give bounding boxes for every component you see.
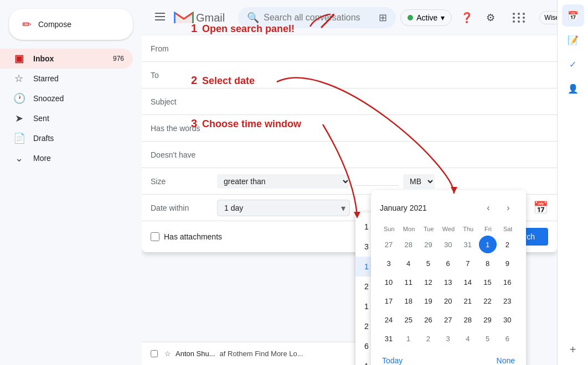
calendar-day[interactable]: 31 <box>459 236 477 253</box>
calendar-day[interactable]: 27 <box>380 236 398 253</box>
apps-button[interactable] <box>504 4 535 32</box>
calendar-day[interactable]: 23 <box>498 292 516 310</box>
sidebar-item-starred[interactable]: ☆ Starred <box>0 69 133 88</box>
calendar-today-button[interactable]: Today <box>380 354 405 365</box>
calendar-day[interactable]: 28 <box>459 311 477 328</box>
starred-icon: ☆ <box>13 72 24 85</box>
main-area: Gmail 🔍 ⊞ Active ▾ ❓ ⚙ Wise <box>142 0 557 365</box>
calendar-day[interactable]: 4 <box>459 330 477 347</box>
calendar-day[interactable]: 2 <box>498 236 516 253</box>
help-button[interactable]: ❓ <box>456 7 477 28</box>
calendar-day[interactable]: 30 <box>498 311 516 328</box>
calendar-day[interactable]: 1 <box>400 330 417 347</box>
size-select[interactable]: greater than <box>217 174 350 189</box>
svg-rect-1 <box>155 16 165 17</box>
calendar-day[interactable]: 28 <box>400 236 417 253</box>
calendar-day[interactable]: 21 <box>459 292 477 310</box>
calendar-nav: ‹ › <box>479 199 517 217</box>
topbar-right: Active ▾ ❓ ⚙ WiseStamp G <box>400 4 557 32</box>
to-input[interactable] <box>217 71 548 80</box>
calendar-day[interactable]: 4 <box>400 254 417 272</box>
sidebar-item-inbox[interactable]: ▣ Inbox 976 <box>0 49 133 69</box>
sidebar-item-drafts[interactable]: 📄 Drafts <box>0 128 133 148</box>
topbar: Gmail 🔍 ⊞ Active ▾ ❓ ⚙ Wise <box>142 0 557 35</box>
calendar-day[interactable]: 26 <box>419 311 437 328</box>
calendar-day[interactable]: 5 <box>479 330 497 347</box>
calendar-icon-button[interactable]: 📅 <box>533 201 548 215</box>
wisestamp-button[interactable]: WiseStamp <box>539 11 557 24</box>
filter-icon[interactable]: ⊞ <box>379 12 387 24</box>
calendar-day[interactable]: 8 <box>479 254 497 272</box>
calendar-app-icon: 📅 <box>568 11 579 21</box>
subject-row: Subject <box>142 88 557 115</box>
date-select[interactable]: 1 day <box>217 200 350 216</box>
calendar-day[interactable]: 19 <box>419 292 437 310</box>
compose-button[interactable]: ✏ Compose <box>9 9 133 40</box>
calendar-day-header: Thu <box>459 223 478 234</box>
right-icon-tasks[interactable]: ✓ <box>562 53 584 75</box>
inbox-badge: 976 <box>113 55 124 62</box>
has-words-row: Has the words <box>142 115 557 142</box>
from-input[interactable] <box>217 44 548 53</box>
calendar-day[interactable]: 6 <box>439 254 457 272</box>
calendar-day[interactable]: 29 <box>419 236 437 253</box>
calendar-day[interactable]: 27 <box>439 311 457 328</box>
right-icon-notes[interactable]: 📝 <box>562 29 584 51</box>
calendar-day[interactable]: 20 <box>439 292 457 310</box>
drafts-icon: 📄 <box>13 132 24 144</box>
calendar-day[interactable]: 24 <box>380 311 398 328</box>
calendar-day[interactable]: 31 <box>380 330 398 347</box>
calendar-day[interactable]: 22 <box>479 292 497 310</box>
wisestamp-label: WiseStamp <box>544 14 557 22</box>
has-words-input[interactable] <box>217 124 548 133</box>
size-label: Size <box>151 177 217 186</box>
calendar-day[interactable]: 29 <box>479 311 497 328</box>
date-label: Date within <box>151 204 217 212</box>
sidebar-item-snoozed[interactable]: 🕐 Snoozed <box>0 88 133 108</box>
subject-input[interactable] <box>217 97 548 106</box>
calendar-day[interactable]: 17 <box>380 292 398 310</box>
sidebar-item-more[interactable]: ⌄ More <box>0 148 133 168</box>
calendar-day[interactable]: 13 <box>439 273 457 291</box>
from-row: From <box>142 35 557 62</box>
calendar-day[interactable]: 3 <box>439 330 457 347</box>
size-value-input[interactable] <box>354 176 399 186</box>
size-unit-select[interactable]: MB <box>403 174 435 189</box>
status-button[interactable]: Active ▾ <box>400 9 452 26</box>
calendar-day[interactable]: 6 <box>498 330 516 347</box>
hamburger-button[interactable] <box>151 8 169 27</box>
calendar-day[interactable]: 30 <box>439 236 457 253</box>
doesnt-have-input[interactable] <box>217 150 548 159</box>
calendar-day[interactable]: 5 <box>419 254 437 272</box>
search-bar[interactable]: 🔍 ⊞ <box>238 7 396 28</box>
calendar-day[interactable]: 3 <box>380 254 398 272</box>
calendar-day[interactable]: 1 <box>479 236 497 253</box>
right-icon-calendar[interactable]: 📅 <box>562 4 584 27</box>
calendar-day[interactable]: 9 <box>498 254 516 272</box>
calendar-day-header: Mon <box>400 223 419 234</box>
calendar-day[interactable]: 25 <box>400 311 417 328</box>
right-panel-add-button[interactable]: + <box>562 338 584 361</box>
calendar-day[interactable]: 18 <box>400 292 417 310</box>
calendar-day[interactable]: 2 <box>419 330 437 347</box>
calendar-prev-button[interactable]: ‹ <box>479 199 497 217</box>
calendar-day[interactable]: 12 <box>419 273 437 291</box>
right-icon-contacts[interactable]: 👤 <box>562 77 584 100</box>
search-input[interactable] <box>264 13 374 23</box>
calendar-day[interactable]: 15 <box>479 273 497 291</box>
calendar-day-header: Wed <box>439 223 458 234</box>
has-attachments-checkbox[interactable] <box>151 232 159 241</box>
calendar-day[interactable]: 10 <box>380 273 398 291</box>
from-label: From <box>151 44 217 53</box>
settings-button[interactable]: ⚙ <box>482 7 499 28</box>
sidebar-item-sent[interactable]: ➤ Sent <box>0 108 133 128</box>
email-star-icon[interactable]: ☆ <box>164 350 171 358</box>
calendar-next-button[interactable]: › <box>499 199 517 217</box>
calendar-none-button[interactable]: None <box>494 354 517 365</box>
calendar-day[interactable]: 11 <box>400 273 417 291</box>
to-label: To <box>151 71 217 80</box>
calendar-day[interactable]: 7 <box>459 254 477 272</box>
calendar-day[interactable]: 14 <box>459 273 477 291</box>
email-checkbox[interactable] <box>151 350 158 357</box>
calendar-day[interactable]: 16 <box>498 273 516 291</box>
